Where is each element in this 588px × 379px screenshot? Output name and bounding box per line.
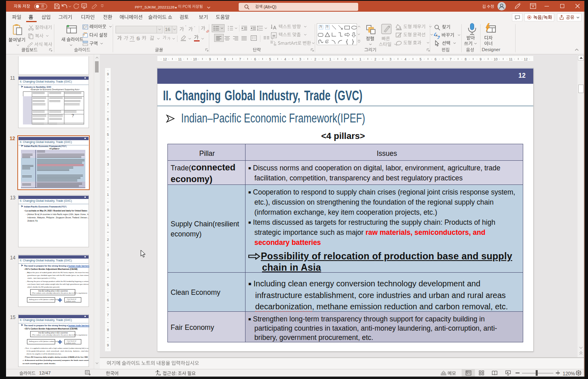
svg-text:9: 9 — [107, 343, 109, 347]
svg-text:0: 0 — [345, 57, 347, 61]
svg-text:4: 4 — [284, 57, 286, 61]
svg-text:1: 1 — [329, 57, 331, 61]
svg-text:6: 6 — [107, 117, 109, 121]
svg-text:8: 8 — [107, 328, 109, 332]
svg-text:6: 6 — [254, 57, 256, 61]
svg-text:0: 0 — [107, 208, 109, 212]
svg-text:4: 4 — [404, 57, 406, 61]
svg-text:7: 7 — [107, 102, 109, 106]
svg-text:12: 12 — [524, 57, 528, 61]
svg-text:3: 3 — [107, 162, 109, 166]
svg-text:8: 8 — [107, 87, 109, 91]
svg-text:5: 5 — [269, 57, 271, 61]
svg-text:4: 4 — [107, 268, 109, 272]
svg-text:7: 7 — [239, 57, 241, 61]
svg-text:11: 11 — [509, 57, 513, 61]
svg-text:8: 8 — [465, 57, 467, 61]
svg-text:1: 1 — [107, 223, 109, 227]
svg-text:4: 4 — [107, 147, 109, 151]
svg-text:7: 7 — [107, 313, 109, 317]
svg-text:3: 3 — [299, 57, 301, 61]
svg-text:11: 11 — [178, 57, 182, 61]
svg-text:7: 7 — [450, 57, 452, 61]
svg-text:9: 9 — [209, 57, 211, 61]
svg-text:3: 3 — [390, 57, 392, 61]
svg-text:6: 6 — [107, 298, 109, 302]
svg-text:9: 9 — [480, 57, 482, 61]
svg-text:3: 3 — [107, 253, 109, 257]
svg-text:8: 8 — [224, 57, 226, 61]
svg-text:5: 5 — [107, 133, 109, 137]
svg-text:2: 2 — [107, 178, 109, 182]
svg-text:5: 5 — [419, 57, 421, 61]
svg-text:6: 6 — [435, 57, 437, 61]
svg-text:5: 5 — [107, 283, 109, 287]
svg-text:10: 10 — [193, 57, 197, 61]
svg-text:10: 10 — [494, 57, 498, 61]
svg-text:1: 1 — [107, 193, 109, 197]
svg-text:2: 2 — [314, 57, 316, 61]
svg-text:1: 1 — [359, 57, 361, 61]
svg-text:2: 2 — [374, 57, 376, 61]
svg-text:12: 12 — [163, 57, 167, 61]
svg-text:9: 9 — [107, 72, 109, 76]
svg-text:2: 2 — [107, 238, 109, 242]
